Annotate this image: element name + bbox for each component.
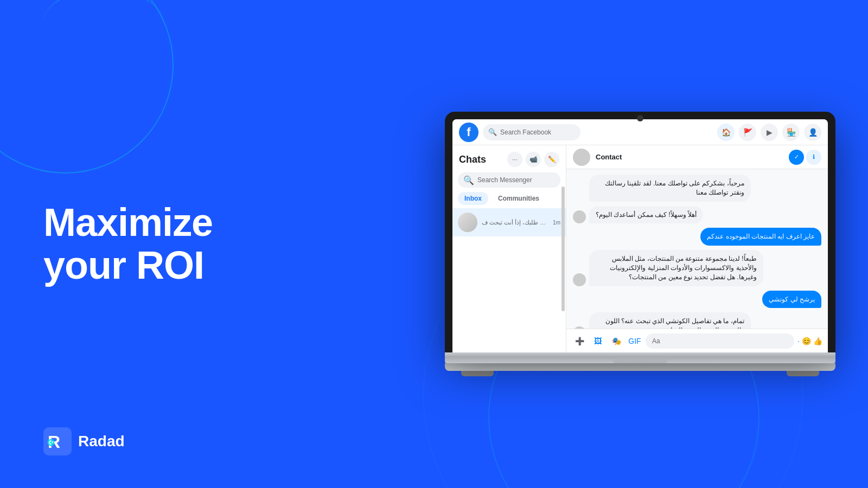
sidebar-tabs: Inbox Communities <box>452 192 566 205</box>
message-bubble: أهلاً وسهلاً! كيف ممكن أساعدك اليوم؟ <box>589 206 703 224</box>
chats-title: Chats <box>459 154 486 165</box>
sticker-icon[interactable]: 🎭 <box>609 333 624 349</box>
chat-item[interactable]: تمام، فهمت طلبك، إذاً أنت تبحث ف... 1m <box>452 208 566 236</box>
laptop-stand <box>445 363 835 371</box>
info-btn[interactable]: ℹ <box>806 150 821 165</box>
thumbs-up-btn[interactable]: 👍 <box>813 337 822 345</box>
laptop-wrapper: f 🔍 Search Facebook 🏠 🚩 ▶ 🏪 👤 <box>445 112 835 376</box>
chat-info: تمام، فهمت طلبك، إذاً أنت تبحث ف... <box>482 219 548 226</box>
msg-avatar <box>573 210 586 223</box>
gif-icon[interactable]: GIF <box>627 333 642 349</box>
nav-play-icon[interactable]: ▶ <box>761 124 778 141</box>
sidebar-header: Chats ··· 📹 ✏️ <box>452 145 566 170</box>
scroll-indicator <box>561 187 565 311</box>
input-placeholder: Aa <box>652 337 660 345</box>
svg-point-3 <box>50 441 52 444</box>
chat-preview: تمام، فهمت طلبك، إذاً أنت تبحث ف... <box>482 219 548 226</box>
chat-top-actions: ✓ ℹ <box>789 150 821 165</box>
msg-row: يرشح لي كوتشي <box>573 291 821 309</box>
checkmark-btn[interactable]: ✓ <box>789 150 804 165</box>
message-input[interactable]: Aa <box>646 333 794 349</box>
messenger-search[interactable]: 🔍 Search Messenger <box>458 172 560 188</box>
chat-time: 1m <box>553 220 560 226</box>
left-content: Maximize your ROI <box>43 201 213 287</box>
msg-row: طبعاً! لدينا مجموعة متنوعة من المنتجات، … <box>573 250 821 286</box>
add-icon[interactable]: ➕ <box>572 333 587 349</box>
nav-flag-icon[interactable]: 🚩 <box>739 124 756 141</box>
chat-header-info: Contact <box>596 153 783 161</box>
chat-header-avatar <box>573 149 590 166</box>
tab-communities[interactable]: Communities <box>492 192 546 205</box>
compose-btn[interactable]: ✏️ <box>544 152 559 167</box>
emoji-btn[interactable]: 😊 <box>802 337 811 345</box>
msg-row: مرحباً، بشكركم على تواصلك معنا. لقد تلقي… <box>573 175 821 202</box>
nav-home-icon[interactable]: 🏠 <box>717 124 735 141</box>
logo-area: R Radad <box>43 427 125 455</box>
msg-row: عايز اعرف ايه المنتجات الموجوده عندكم <box>573 228 821 246</box>
msg-avatar <box>573 273 586 286</box>
facebook-search-box[interactable]: 🔍 Search Facebook <box>483 124 580 140</box>
image-icon[interactable]: 🖼 <box>590 333 605 349</box>
nav-store-icon[interactable]: 🏪 <box>782 124 800 141</box>
more-options-btn[interactable]: ··· <box>507 152 522 167</box>
laptop-body: f 🔍 Search Facebook 🏠 🚩 ▶ 🏪 👤 <box>445 112 835 352</box>
laptop-foot-right <box>787 371 819 376</box>
laptop-screen: f 🔍 Search Facebook 🏠 🚩 ▶ 🏪 👤 <box>452 119 828 352</box>
bg-circle-tl <box>0 0 174 174</box>
search-icon: 🔍 <box>488 128 497 136</box>
headline-line2: your ROI <box>43 244 213 287</box>
facebook-logo: f <box>459 123 478 142</box>
messenger-search-placeholder: Search Messenger <box>477 176 532 184</box>
video-call-btn[interactable]: 📹 <box>526 152 541 167</box>
chat-sidebar: Chats ··· 📹 ✏️ 🔍 Search Messenger Inbox <box>452 145 566 352</box>
chat-avatar <box>458 213 477 232</box>
search-text: Search Facebook <box>500 129 551 136</box>
message-bubble: يرشح لي كوتشي <box>762 291 821 309</box>
dot-icon: · <box>797 337 800 345</box>
sidebar-actions: ··· 📹 ✏️ <box>507 152 559 167</box>
chat-area: Contact ✓ ℹ مرحباً، بشكركم <box>566 145 828 352</box>
laptop-hinge <box>613 359 667 363</box>
laptop-notch <box>637 115 643 121</box>
nav-people-icon[interactable]: 👤 <box>804 124 821 141</box>
tab-inbox[interactable]: Inbox <box>458 192 488 205</box>
chat-list: تمام، فهمت طلبك، إذاً أنت تبحث ف... 1m <box>452 208 566 352</box>
msg-row: أهلاً وسهلاً! كيف ممكن أساعدك اليوم؟ <box>573 206 821 224</box>
laptop-foot-left <box>461 371 494 376</box>
send-actions: · 😊 👍 <box>797 337 822 345</box>
chat-header: Contact ✓ ℹ <box>566 145 828 169</box>
message-bubble: مرحباً، بشكركم على تواصلك معنا. لقد تلقي… <box>589 175 751 202</box>
messages-area: مرحباً، بشكركم على تواصلك معنا. لقد تلقي… <box>566 169 828 329</box>
headline: Maximize your ROI <box>43 201 213 287</box>
message-bubble: عايز اعرف ايه المنتجات الموجوده عندكم <box>700 228 821 246</box>
message-bubble: طبعاً! لدينا مجموعة متنوعة من المنتجات، … <box>589 250 763 286</box>
facebook-navbar: f 🔍 Search Facebook 🏠 🚩 ▶ 🏪 👤 <box>452 119 828 145</box>
contact-name: Contact <box>596 153 783 161</box>
radad-logo-icon: R <box>43 427 72 455</box>
laptop-feet <box>445 371 835 376</box>
bg-arc-tl <box>43 0 163 54</box>
headline-line1: Maximize <box>43 201 213 244</box>
laptop-base <box>445 352 835 363</box>
message-bubble: تمام، ما هي تفاصيل الكوتشي الذي تبحث عنه… <box>589 312 751 329</box>
search-icon-small: 🔍 <box>463 175 474 185</box>
fb-main: Chats ··· 📹 ✏️ 🔍 Search Messenger Inbox <box>452 145 828 352</box>
nav-icons: 🏠 🚩 ▶ 🏪 👤 <box>717 124 821 141</box>
logo-text: Radad <box>78 433 125 450</box>
chat-input-area: ➕ 🖼 🎭 GIF Aa · 😊 👍 <box>566 329 828 352</box>
msg-row: تمام، ما هي تفاصيل الكوتشي الذي تبحث عنه… <box>573 312 821 329</box>
